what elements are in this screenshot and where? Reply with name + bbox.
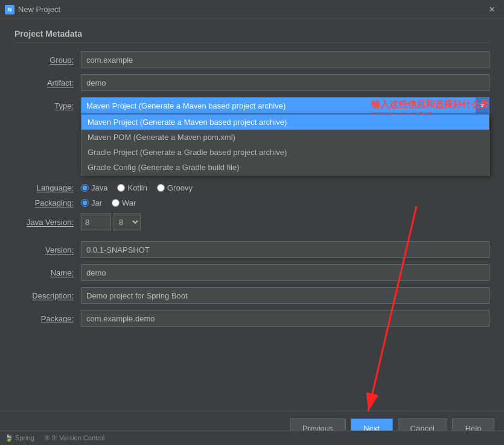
java-version-group: 8 11 17 21 [81, 213, 141, 230]
name-input[interactable] [81, 264, 490, 281]
dropdown-item-maven-pom[interactable]: Maven POM (Generate a Maven pom.xml) [81, 130, 489, 145]
group-input[interactable] [81, 51, 490, 68]
java-version-label: Java Version: [14, 218, 81, 227]
language-groovy-radio[interactable] [157, 184, 165, 192]
type-dropdown-menu: Maven Project (Generate a Maven based pr… [81, 114, 490, 175]
window-title: New Project [18, 5, 60, 14]
description-label: Description: [14, 291, 81, 300]
java-version-row: Java Version: 8 11 17 21 [14, 213, 490, 230]
version-input[interactable] [81, 241, 490, 258]
language-groovy[interactable]: Groovy [157, 183, 193, 192]
svg-text:N: N [8, 7, 12, 13]
dropdown-item-gradle-project[interactable]: Gradle Project (Generate a Gradle based … [81, 145, 489, 160]
dropdown-item-gradle-config[interactable]: Gradle Config (Generate a Gradle build f… [81, 160, 489, 175]
type-select-value: Maven Project (Generate a Maven based pr… [86, 101, 285, 110]
description-row: Description: [14, 287, 490, 304]
artifact-input[interactable] [81, 74, 490, 91]
group-row: Group: [14, 51, 490, 68]
language-java[interactable]: Java [81, 183, 107, 192]
package-input[interactable] [81, 310, 490, 327]
title-bar-left: N New Project [5, 5, 60, 14]
close-button[interactable]: × [485, 2, 499, 17]
packaging-war[interactable]: War [112, 198, 136, 207]
description-input[interactable] [81, 287, 490, 304]
language-label: Language: [14, 183, 81, 192]
title-bar: N New Project × [0, 0, 504, 19]
type-label: Type: [14, 101, 81, 110]
group-label: Group: [14, 55, 81, 65]
version-row: Version: [14, 241, 490, 258]
java-version-select[interactable]: 8 11 17 21 [113, 213, 141, 230]
package-label: Package: [14, 314, 81, 323]
language-row: Language: Java Kotlin Groovy [14, 183, 490, 192]
language-java-radio[interactable] [81, 184, 89, 192]
language-kotlin-radio[interactable] [117, 184, 125, 192]
section-title: Project Metadata [14, 29, 490, 43]
version-label: Version: [14, 245, 81, 254]
new-project-dialog: Project Metadata Group: Artifact: Type: … [0, 19, 504, 445]
app-icon: N [5, 5, 14, 14]
language-options: Java Kotlin Groovy [81, 183, 193, 192]
java-version-input[interactable] [81, 213, 111, 230]
packaging-row: Packaging: Jar War [14, 198, 490, 207]
packaging-options: Jar War [81, 198, 136, 207]
artifact-row: Artifact: [14, 74, 490, 91]
package-row: Package: [14, 310, 490, 327]
artifact-label: Artifact: [14, 78, 81, 87]
name-label: Name: [14, 268, 81, 277]
dialog-body: Project Metadata Group: Artifact: Type: … [0, 19, 504, 411]
language-kotlin[interactable]: Kotlin [117, 183, 147, 192]
packaging-jar[interactable]: Jar [81, 198, 102, 207]
status-spring: 🍃 Spring [5, 434, 34, 442]
packaging-war-radio[interactable] [112, 199, 120, 207]
dropdown-item-maven-project[interactable]: Maven Project (Generate a Maven based pr… [81, 115, 489, 130]
status-bar: 🍃 Spring ⑨ 9: Version Control [0, 431, 504, 445]
status-version-control: ⑨ 9: Version Control [44, 434, 105, 442]
name-row: Name: [14, 264, 490, 281]
packaging-label: Packaging: [14, 198, 81, 207]
packaging-jar-radio[interactable] [81, 199, 89, 207]
